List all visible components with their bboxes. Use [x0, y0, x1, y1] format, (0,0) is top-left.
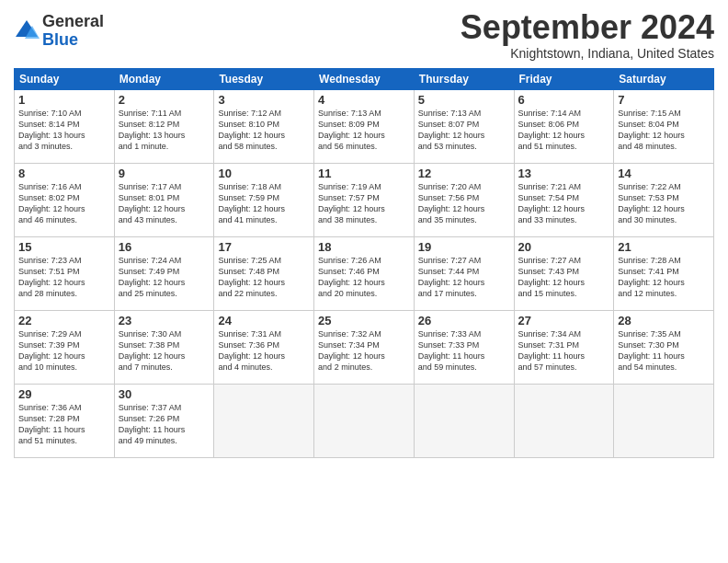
calendar-table: Sunday Monday Tuesday Wednesday Thursday…	[14, 68, 714, 458]
day-number: 9	[119, 167, 210, 180]
day-number: 16	[119, 240, 210, 254]
day-number: 17	[218, 240, 310, 254]
day-info: Sunrise: 7:27 AMSunset: 7:44 PMDaylight:…	[418, 255, 510, 300]
day-number: 22	[18, 314, 110, 327]
day-info: Sunrise: 7:14 AMSunset: 8:06 PMDaylight:…	[518, 108, 610, 153]
day-number: 28	[618, 314, 710, 327]
table-row: 8Sunrise: 7:16 AMSunset: 8:02 PMDaylight…	[15, 163, 115, 236]
table-row: 16Sunrise: 7:24 AMSunset: 7:49 PMDayligh…	[114, 236, 214, 310]
table-row: 6Sunrise: 7:14 AMSunset: 8:06 PMDaylight…	[514, 89, 614, 163]
table-row: 2Sunrise: 7:11 AMSunset: 8:12 PMDaylight…	[114, 89, 214, 163]
day-info: Sunrise: 7:34 AMSunset: 7:31 PMDaylight:…	[518, 328, 610, 373]
table-row: 28Sunrise: 7:35 AMSunset: 7:30 PMDayligh…	[614, 310, 714, 384]
day-number: 29	[18, 387, 110, 401]
calendar-week: 15Sunrise: 7:23 AMSunset: 7:51 PMDayligh…	[15, 236, 714, 310]
day-number: 23	[119, 314, 210, 327]
table-row: 17Sunrise: 7:25 AMSunset: 7:48 PMDayligh…	[214, 236, 314, 310]
th-wednesday: Wednesday	[314, 68, 415, 89]
day-number: 30	[119, 387, 210, 401]
day-info: Sunrise: 7:36 AMSunset: 7:28 PMDaylight:…	[18, 402, 110, 447]
logo-line1: General	[42, 12, 104, 30]
day-number: 11	[318, 167, 410, 180]
day-info: Sunrise: 7:20 AMSunset: 7:56 PMDaylight:…	[418, 181, 510, 226]
day-info: Sunrise: 7:29 AMSunset: 7:39 PMDaylight:…	[18, 328, 110, 373]
calendar-week: 8Sunrise: 7:16 AMSunset: 8:02 PMDaylight…	[15, 163, 714, 236]
table-row: 26Sunrise: 7:33 AMSunset: 7:33 PMDayligh…	[414, 310, 514, 384]
day-info: Sunrise: 7:32 AMSunset: 7:34 PMDaylight:…	[318, 328, 410, 373]
table-row	[614, 384, 714, 457]
day-info: Sunrise: 7:12 AMSunset: 8:10 PMDaylight:…	[218, 108, 310, 153]
day-number: 18	[318, 240, 410, 254]
day-info: Sunrise: 7:13 AMSunset: 8:07 PMDaylight:…	[418, 108, 510, 153]
table-row: 15Sunrise: 7:23 AMSunset: 7:51 PMDayligh…	[15, 236, 115, 310]
table-row: 21Sunrise: 7:28 AMSunset: 7:41 PMDayligh…	[614, 236, 714, 310]
table-row	[314, 384, 415, 457]
table-row: 20Sunrise: 7:27 AMSunset: 7:43 PMDayligh…	[514, 236, 614, 310]
day-number: 19	[418, 240, 510, 254]
day-info: Sunrise: 7:27 AMSunset: 7:43 PMDaylight:…	[518, 255, 610, 300]
calendar-week: 1Sunrise: 7:10 AMSunset: 8:14 PMDaylight…	[15, 89, 714, 163]
day-number: 13	[518, 167, 610, 180]
th-friday: Friday	[514, 68, 614, 89]
logo-icon	[14, 18, 40, 44]
day-info: Sunrise: 7:15 AMSunset: 8:04 PMDaylight:…	[618, 108, 710, 153]
table-row	[414, 384, 514, 457]
th-thursday: Thursday	[414, 68, 514, 89]
logo: General Blue	[14, 13, 104, 50]
day-info: Sunrise: 7:16 AMSunset: 8:02 PMDaylight:…	[18, 181, 110, 226]
header-row: Sunday Monday Tuesday Wednesday Thursday…	[15, 68, 714, 89]
day-number: 7	[618, 93, 710, 107]
table-row: 27Sunrise: 7:34 AMSunset: 7:31 PMDayligh…	[514, 310, 614, 384]
day-info: Sunrise: 7:24 AMSunset: 7:49 PMDaylight:…	[119, 255, 210, 300]
day-info: Sunrise: 7:18 AMSunset: 7:59 PMDaylight:…	[218, 181, 310, 226]
calendar-week: 29Sunrise: 7:36 AMSunset: 7:28 PMDayligh…	[15, 384, 714, 457]
day-info: Sunrise: 7:33 AMSunset: 7:33 PMDaylight:…	[418, 328, 510, 373]
table-row: 11Sunrise: 7:19 AMSunset: 7:57 PMDayligh…	[314, 163, 415, 236]
table-row: 18Sunrise: 7:26 AMSunset: 7:46 PMDayligh…	[314, 236, 415, 310]
day-info: Sunrise: 7:31 AMSunset: 7:36 PMDaylight:…	[218, 328, 310, 373]
th-sunday: Sunday	[15, 68, 115, 89]
day-number: 5	[418, 93, 510, 107]
table-row: 19Sunrise: 7:27 AMSunset: 7:44 PMDayligh…	[414, 236, 514, 310]
table-row: 5Sunrise: 7:13 AMSunset: 8:07 PMDaylight…	[414, 89, 514, 163]
day-number: 26	[418, 314, 510, 327]
day-info: Sunrise: 7:13 AMSunset: 8:09 PMDaylight:…	[318, 108, 410, 153]
table-row: 13Sunrise: 7:21 AMSunset: 7:54 PMDayligh…	[514, 163, 614, 236]
table-row: 12Sunrise: 7:20 AMSunset: 7:56 PMDayligh…	[414, 163, 514, 236]
table-row	[214, 384, 314, 457]
table-row: 29Sunrise: 7:36 AMSunset: 7:28 PMDayligh…	[15, 384, 115, 457]
day-number: 21	[618, 240, 710, 254]
table-row: 7Sunrise: 7:15 AMSunset: 8:04 PMDaylight…	[614, 89, 714, 163]
month-title: September 2024	[461, 9, 714, 46]
day-number: 3	[218, 93, 310, 107]
table-row: 30Sunrise: 7:37 AMSunset: 7:26 PMDayligh…	[114, 384, 214, 457]
day-info: Sunrise: 7:19 AMSunset: 7:57 PMDaylight:…	[318, 181, 410, 226]
day-number: 27	[518, 314, 610, 327]
day-info: Sunrise: 7:26 AMSunset: 7:46 PMDaylight:…	[318, 255, 410, 300]
header: General Blue September 2024 Knightstown,…	[14, 9, 714, 61]
logo-text: General Blue	[42, 13, 104, 50]
day-number: 12	[418, 167, 510, 180]
day-info: Sunrise: 7:23 AMSunset: 7:51 PMDaylight:…	[18, 255, 110, 300]
day-number: 25	[318, 314, 410, 327]
table-row: 9Sunrise: 7:17 AMSunset: 8:01 PMDaylight…	[114, 163, 214, 236]
table-row: 24Sunrise: 7:31 AMSunset: 7:36 PMDayligh…	[214, 310, 314, 384]
title-block: September 2024 Knightstown, Indiana, Uni…	[461, 9, 714, 61]
day-number: 4	[318, 93, 410, 107]
day-number: 6	[518, 93, 610, 107]
day-info: Sunrise: 7:17 AMSunset: 8:01 PMDaylight:…	[119, 181, 210, 226]
table-row: 3Sunrise: 7:12 AMSunset: 8:10 PMDaylight…	[214, 89, 314, 163]
location: Knightstown, Indiana, United States	[461, 46, 714, 61]
day-number: 2	[119, 93, 210, 107]
th-saturday: Saturday	[614, 68, 714, 89]
day-number: 8	[18, 167, 110, 180]
day-info: Sunrise: 7:21 AMSunset: 7:54 PMDaylight:…	[518, 181, 610, 226]
day-info: Sunrise: 7:30 AMSunset: 7:38 PMDaylight:…	[119, 328, 210, 373]
calendar-page: General Blue September 2024 Knightstown,…	[0, 0, 728, 563]
table-row	[514, 384, 614, 457]
th-monday: Monday	[114, 68, 214, 89]
table-row: 22Sunrise: 7:29 AMSunset: 7:39 PMDayligh…	[15, 310, 115, 384]
day-number: 15	[18, 240, 110, 254]
day-info: Sunrise: 7:11 AMSunset: 8:12 PMDaylight:…	[119, 108, 210, 153]
table-row: 25Sunrise: 7:32 AMSunset: 7:34 PMDayligh…	[314, 310, 415, 384]
